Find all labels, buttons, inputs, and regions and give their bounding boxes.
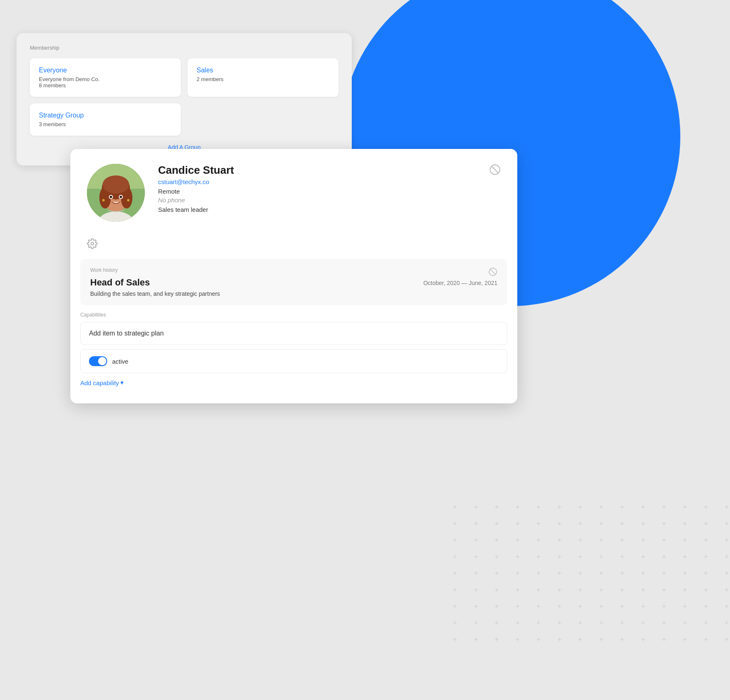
add-capability-button[interactable]: Add capability ▾ (80, 379, 124, 386)
svg-point-15 (127, 199, 130, 201)
group-card-title-sales: Sales (197, 67, 329, 74)
svg-line-20 (490, 269, 495, 274)
active-toggle[interactable] (89, 356, 107, 366)
svg-point-13 (120, 196, 122, 198)
work-history-section: Work history Head of Sales October, 2020… (80, 259, 507, 305)
svg-point-18 (91, 242, 94, 245)
work-history-edit-icon[interactable] (488, 267, 497, 278)
profile-info: Candice Stuart cstuart@techyx.co Remote … (158, 164, 501, 213)
toggle-label: active (112, 358, 128, 365)
svg-point-14 (102, 199, 105, 201)
profile-phone: No phone (158, 197, 501, 204)
settings-icon[interactable] (87, 238, 98, 251)
svg-point-9 (103, 175, 129, 194)
svg-point-12 (110, 196, 112, 198)
avatar-image (87, 164, 145, 222)
profile-header: Candice Stuart cstuart@techyx.co Remote … (70, 149, 517, 232)
profile-email: cstuart@techyx.co (158, 178, 501, 185)
toggle-thumb (98, 357, 106, 365)
group-card-members-strategy: 3 members (39, 121, 172, 127)
avatar (87, 164, 145, 222)
profile-location: Remote (158, 188, 501, 195)
capability-toggle-row: active (80, 349, 507, 373)
plus-pattern: /* generated in SVG */ ++++++++++++++++ … (440, 493, 730, 700)
profile-role: Sales team leader (158, 206, 501, 213)
group-card-sub-everyone: Everyone from Demo Co. (39, 76, 172, 82)
group-card-strategy[interactable]: Strategy Group 3 members (30, 103, 181, 136)
svg-text:++++++++++++++++
      +++++++: ++++++++++++++++ ++++++++++++++++ ++++++… (453, 493, 730, 644)
group-card-title-everyone: Everyone (39, 67, 172, 74)
profile-name: Candice Stuart (158, 164, 501, 177)
group-card-title-strategy: Strategy Group (39, 112, 172, 119)
work-dates: October, 2020 — June, 2021 (423, 280, 497, 286)
group-card-members-sales: 2 members (197, 76, 329, 82)
membership-label: Membership (30, 45, 339, 51)
capability-item-0[interactable]: Add item to strategic plan (80, 322, 507, 345)
capabilities-section: Capabilities Add item to strategic plan … (80, 312, 507, 393)
settings-row (70, 232, 517, 259)
svg-line-17 (492, 166, 499, 173)
work-job-title: Head of Sales (90, 277, 150, 288)
work-history-label: Work history (90, 267, 497, 273)
group-card-members-everyone: 8 members (39, 82, 172, 89)
capabilities-label: Capabilities (80, 312, 507, 318)
capability-item-text-0: Add item to strategic plan (89, 330, 164, 337)
block-icon[interactable] (489, 164, 501, 175)
work-description: Building the sales team, and key strateg… (90, 290, 497, 297)
profile-card: Candice Stuart cstuart@techyx.co Remote … (70, 149, 517, 403)
add-capability-chevron: ▾ (120, 379, 124, 386)
group-cards-grid: Everyone Everyone from Demo Co. 8 member… (30, 58, 339, 136)
add-capability-label: Add capability (80, 379, 119, 386)
group-card-sales[interactable]: Sales 2 members (187, 58, 339, 97)
membership-card: Membership Everyone Everyone from Demo C… (17, 33, 352, 165)
group-card-everyone[interactable]: Everyone Everyone from Demo Co. 8 member… (30, 58, 181, 97)
